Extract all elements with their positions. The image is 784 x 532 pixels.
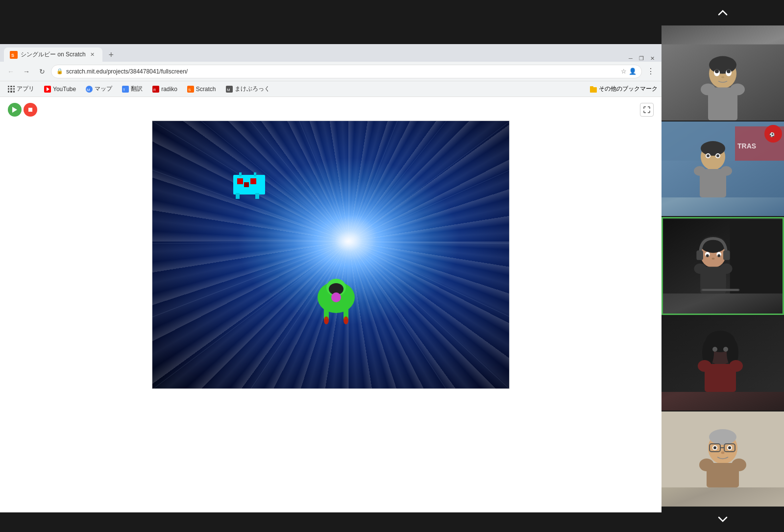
scroll-down-button[interactable] (662, 507, 784, 532)
account-icon[interactable]: 👤 (629, 68, 637, 75)
svg-point-118 (699, 459, 714, 471)
makeburo-bookmark[interactable]: M まけぶろっく (222, 83, 274, 95)
lock-icon: 🔒 (56, 68, 63, 74)
translate-bookmark[interactable]: T 翻訳 (118, 83, 147, 95)
apps-bookmark[interactable]: アプリ (4, 83, 38, 95)
svg-marker-16 (12, 107, 17, 113)
stop-button[interactable] (24, 103, 37, 117)
tab-bar: S シングルビー on Scratch ✕ + ─ ❐ ✕ (0, 44, 662, 62)
makeburo-icon: M (226, 86, 233, 93)
svg-rect-40 (244, 182, 249, 187)
translate-label: 翻訳 (131, 85, 143, 93)
scratch-content (0, 97, 662, 512)
svg-point-116 (721, 452, 725, 454)
maps-icon: M (86, 86, 93, 93)
radiko-label: radiko (161, 86, 177, 93)
svg-rect-80 (730, 219, 783, 293)
fullscreen-button[interactable] (640, 103, 654, 117)
active-tab[interactable]: S シングルビー on Scratch ✕ (4, 48, 102, 62)
scroll-up-button[interactable] (662, 0, 784, 25)
video-panel: TRAS ⚽ (662, 0, 784, 532)
translate-icon: T (122, 86, 129, 93)
stop-icon (28, 107, 33, 112)
forward-button[interactable]: → (20, 65, 33, 78)
folder-icon (590, 86, 597, 93)
minimize-button[interactable]: ─ (627, 55, 634, 62)
chevron-down-icon (718, 516, 728, 522)
svg-rect-83 (696, 250, 703, 260)
reload-button[interactable]: ↻ (35, 65, 49, 78)
svg-rect-44 (254, 172, 256, 176)
video-tile-3[interactable] (662, 217, 784, 315)
video-tile-1[interactable] (662, 25, 784, 121)
svg-rect-43 (239, 172, 242, 176)
maps-bookmark[interactable]: M マップ (82, 83, 116, 95)
video-tile-4[interactable] (662, 316, 784, 411)
svg-point-100 (712, 347, 717, 352)
svg-point-48 (331, 292, 341, 302)
bookmarks-right: その他のブックマーク (590, 85, 658, 93)
video-tiles: TRAS ⚽ (662, 25, 784, 507)
svg-point-60 (721, 76, 724, 78)
game-canvas[interactable] (152, 121, 510, 389)
svg-text:TRAS: TRAS (737, 142, 756, 150)
video-tile-5[interactable] (662, 411, 784, 507)
svg-rect-41 (236, 193, 240, 199)
svg-point-74 (707, 154, 710, 157)
svg-point-92 (720, 264, 732, 274)
svg-point-101 (723, 347, 728, 352)
flag-icon (11, 106, 18, 113)
svg-rect-39 (250, 178, 256, 184)
bookmark-star-icon[interactable]: ☆ (621, 68, 627, 75)
apps-grid-icon (8, 86, 15, 93)
youtube-label: YouTube (53, 86, 76, 93)
svg-point-88 (717, 254, 720, 257)
makeburo-label: まけぶろっく (235, 85, 270, 93)
svg-text:S: S (11, 53, 14, 58)
more-options-button[interactable]: ⋮ (644, 65, 658, 78)
svg-point-103 (698, 360, 711, 372)
address-text: scratch.mit.edu/projects/384478041/fulls… (66, 68, 618, 75)
browser-area: S シングルビー on Scratch ✕ + ─ ❐ ✕ ← → ↻ 🔒 sc… (0, 0, 662, 532)
svg-text:R: R (153, 88, 156, 92)
tab-close-button[interactable]: ✕ (89, 51, 97, 59)
video-tile-2[interactable]: TRAS ⚽ (662, 121, 784, 217)
address-bar[interactable]: 🔒 scratch.mit.edu/projects/384478041/ful… (51, 65, 642, 78)
new-tab-button[interactable]: + (104, 48, 118, 62)
green-flag-button[interactable] (8, 103, 22, 117)
svg-text:M: M (87, 88, 90, 92)
svg-rect-42 (255, 193, 259, 199)
svg-point-91 (694, 264, 706, 274)
youtube-bookmark[interactable]: YouTube (40, 84, 80, 94)
maps-label: マップ (95, 85, 112, 93)
svg-point-62 (701, 84, 715, 96)
svg-point-108 (709, 429, 736, 445)
svg-rect-38 (237, 178, 243, 184)
light-rays-svg (152, 121, 509, 388)
svg-text:S: S (188, 88, 191, 92)
svg-rect-37 (233, 175, 265, 194)
back-button[interactable]: ← (4, 65, 18, 78)
bottom-bar (0, 512, 662, 532)
svg-text:M: M (227, 88, 230, 92)
close-window-button[interactable]: ✕ (649, 55, 656, 62)
chevron-up-icon (718, 10, 728, 16)
bookmarks-folder-label[interactable]: その他のブックマーク (599, 85, 658, 93)
scratch-toolbar (4, 101, 658, 119)
svg-point-75 (716, 154, 719, 157)
svg-point-114 (713, 446, 716, 449)
svg-point-36 (310, 202, 389, 281)
radiko-bookmark[interactable]: R radiko (148, 84, 181, 94)
svg-text:T: T (123, 88, 125, 92)
address-bar-icons: ☆ 👤 (621, 68, 637, 75)
browser-window: S シングルビー on Scratch ✕ + ─ ❐ ✕ ← → ↻ 🔒 sc… (0, 44, 662, 512)
youtube-icon (44, 86, 51, 93)
svg-rect-84 (723, 250, 730, 260)
participant-5-video (662, 411, 784, 487)
scratch-icon: S (187, 86, 194, 93)
navigation-bar: ← → ↻ 🔒 scratch.mit.edu/projects/3844780… (0, 62, 662, 81)
player-ship (312, 275, 361, 329)
svg-point-63 (730, 84, 745, 96)
scratch-bookmark[interactable]: S Scratch (183, 84, 220, 94)
restore-button[interactable]: ❐ (638, 55, 645, 62)
